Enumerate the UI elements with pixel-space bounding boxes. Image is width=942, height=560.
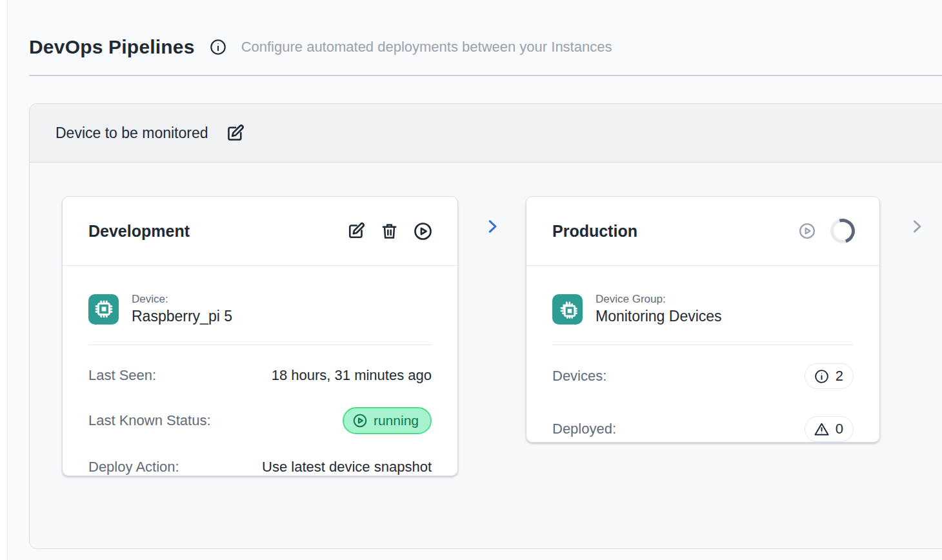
trash-icon [380, 222, 399, 241]
last-seen-value: 18 hours, 31 minutes ago [272, 367, 432, 384]
status-row: Last Known Status: running [88, 407, 432, 434]
header-divider [29, 75, 942, 76]
pencil-square-icon [225, 123, 245, 143]
device-row: Device: Raspberry_pi 5 [88, 293, 432, 325]
device-group-name: Monitoring Devices [596, 308, 722, 325]
devices-count-badge[interactable]: 2 [805, 363, 854, 389]
deployed-row: Deployed: 0 [552, 416, 854, 442]
pipeline-title: Device to be monitored [55, 125, 208, 142]
development-card-body: Device: Raspberry_pi 5 Last Seen: 18 hou… [63, 266, 457, 475]
deployed-count: 0 [836, 421, 843, 437]
play-circle-icon [798, 222, 816, 240]
development-title: Development [88, 222, 190, 241]
page: DevOps Pipelines Configure automated dep… [7, 0, 942, 560]
edit-pipeline-button[interactable] [225, 123, 245, 143]
development-card: Development [62, 196, 458, 476]
deploy-action-value: Use latest device snapshot [262, 459, 432, 475]
info-circle-icon [814, 368, 830, 385]
device-group-label: Device Group: [596, 293, 722, 306]
cpu-chip-group-icon [552, 294, 583, 325]
production-actions [798, 219, 855, 243]
play-circle-icon [352, 413, 368, 428]
production-card: Production [526, 196, 880, 443]
chevron-right-icon [483, 217, 502, 236]
card-divider [552, 345, 854, 345]
production-card-body: Device Group: Monitoring Devices Devices… [526, 266, 879, 442]
device-meta: Device: Raspberry_pi 5 [132, 293, 232, 325]
devices-count: 2 [836, 368, 843, 385]
page-title: DevOps Pipelines [29, 36, 195, 58]
next-stage-arrow[interactable] [907, 217, 927, 236]
pipeline-stages: Development [30, 163, 942, 548]
devices-label: Devices: [552, 368, 606, 385]
page-header: DevOps Pipelines Configure automated dep… [8, 0, 942, 58]
pipeline-panel-header: Device to be monitored [30, 104, 942, 163]
status-label: Last Known Status: [88, 412, 211, 429]
cpu-chip-icon [88, 294, 119, 325]
production-card-header: Production [526, 197, 879, 266]
device-group-row: Device Group: Monitoring Devices [552, 293, 854, 325]
development-actions [346, 221, 433, 241]
pipeline-panel: Device to be monitored Development [29, 103, 942, 549]
deploy-action-label: Deploy Action: [88, 459, 179, 475]
status-badge: running [343, 407, 432, 434]
chevron-right-icon [907, 217, 927, 236]
device-label: Device: [132, 293, 232, 306]
play-circle-icon [413, 221, 433, 241]
deployed-count-badge[interactable]: 0 [805, 416, 854, 442]
status-text: running [374, 413, 419, 428]
card-divider [88, 345, 432, 345]
flow-arrow [458, 217, 526, 236]
last-seen-label: Last Seen: [88, 367, 156, 384]
run-development-button[interactable] [413, 221, 433, 241]
edit-development-button[interactable] [346, 221, 366, 241]
development-card-header: Development [63, 197, 457, 266]
device-name: Raspberry_pi 5 [132, 308, 232, 325]
pencil-square-icon [346, 221, 366, 241]
warning-triangle-icon [814, 421, 830, 437]
devices-row: Devices: 2 [552, 363, 854, 389]
production-title: Production [552, 222, 637, 241]
run-production-button[interactable] [798, 222, 816, 240]
last-seen-row: Last Seen: 18 hours, 31 minutes ago [88, 367, 432, 384]
page-subtitle: Configure automated deployments between … [241, 39, 612, 55]
spinner-icon [826, 214, 859, 247]
deploy-action-row: Deploy Action: Use latest device snapsho… [88, 459, 432, 475]
deployed-label: Deployed: [552, 421, 616, 437]
delete-development-button[interactable] [380, 222, 399, 241]
device-group-meta: Device Group: Monitoring Devices [596, 293, 722, 325]
info-icon[interactable] [209, 38, 227, 56]
